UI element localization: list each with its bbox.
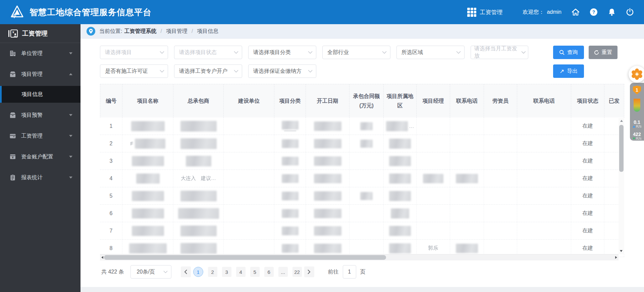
scroll-up-arrow[interactable] <box>620 120 623 122</box>
column-header: 项目所属地区 <box>384 84 417 117</box>
table-cell <box>122 205 173 222</box>
table-cell <box>450 117 484 135</box>
redacted-text <box>314 191 341 201</box>
table-cell <box>224 205 274 222</box>
upload-speed: 0.1 K/s <box>633 120 642 129</box>
export-arrow-icon: ↗ <box>559 68 564 74</box>
table-cell <box>417 222 450 239</box>
select-construction-permit[interactable]: 是否有施工许可证 <box>100 64 168 78</box>
sidebar-item-project-management[interactable]: 项目管理 <box>0 64 80 85</box>
chevron-up-icon <box>69 73 72 75</box>
reset-button[interactable]: 重置 <box>589 46 618 59</box>
page-ellipsis[interactable]: ... <box>278 267 288 277</box>
table-cell <box>484 170 517 187</box>
table-cell <box>384 187 417 204</box>
chevron-down-icon <box>69 114 72 116</box>
page-button-1[interactable]: 1 <box>193 267 203 277</box>
table-cell <box>517 187 571 204</box>
page-button-6[interactable]: 6 <box>264 267 274 277</box>
select-salary-account-opened[interactable]: 请选择工资专户开户 <box>174 64 242 78</box>
scroll-right-arrow[interactable] <box>615 256 617 259</box>
scroll-left-arrow[interactable] <box>101 256 103 259</box>
select-region[interactable]: 所选区域 <box>396 46 465 59</box>
table-cell: 3 <box>100 152 122 169</box>
notifications-bell-icon[interactable] <box>608 8 616 16</box>
sidebar-item-salary-management[interactable]: 工资管理 <box>0 126 80 146</box>
sidebar-item-project-info[interactable]: 项目信息 <box>0 86 80 103</box>
table-row: 2F在建 <box>100 135 624 152</box>
table-cell <box>274 222 306 239</box>
overlay-pinwheel-logo[interactable] <box>629 66 644 83</box>
chevron-down-icon <box>163 271 168 273</box>
table-cell <box>450 222 484 239</box>
redacted-text <box>180 243 217 254</box>
submenu-project-management: 项目信息 <box>0 86 80 103</box>
table-cell: 在建 <box>571 152 604 169</box>
column-header: 项目经理 <box>417 84 450 117</box>
redacted-text <box>360 140 373 148</box>
page-button-4[interactable]: 4 <box>236 267 246 277</box>
table-cell: 在建 <box>571 135 604 152</box>
sidebar-item-report-statistics[interactable]: 报表统计 <box>0 167 80 188</box>
redacted-text <box>314 174 341 183</box>
scroll-down-arrow[interactable] <box>620 250 623 252</box>
chevron-down-icon <box>308 70 313 72</box>
page-size-select[interactable]: 20条/页 <box>130 265 171 279</box>
table-cell <box>350 117 384 135</box>
select-project-category[interactable]: 请选择项目分类 <box>248 46 316 59</box>
breadcrumb-item[interactable]: 项目管理 <box>166 28 187 35</box>
help-icon[interactable]: ? <box>590 8 598 16</box>
chevron-down-icon <box>308 51 313 54</box>
home-icon[interactable] <box>572 8 580 16</box>
horizontal-scroll-thumb[interactable] <box>104 255 386 260</box>
prev-page-button[interactable] <box>181 266 191 277</box>
goto-page-input[interactable]: 1 <box>343 265 356 279</box>
refresh-icon <box>594 50 599 55</box>
app-switcher[interactable]: 工资管理 <box>467 8 502 17</box>
breadcrumb-item[interactable]: 项目信息 <box>197 28 218 35</box>
vertical-scroll-thumb[interactable] <box>619 125 624 172</box>
select-industry[interactable]: 全部行业 <box>322 46 390 59</box>
horizontal-scrollbar[interactable] <box>100 254 619 260</box>
search-button[interactable]: 查询 <box>553 46 584 59</box>
table-cell <box>350 170 384 187</box>
column-header: 劳资员 <box>484 84 517 117</box>
sidebar-item-fund-account-config[interactable]: ¥ 资金账户配置 <box>0 146 80 167</box>
table-cell <box>306 152 350 169</box>
export-button[interactable]: ↗ 导出 <box>553 64 584 78</box>
column-header: 项目分类 <box>274 84 306 117</box>
table-cell <box>173 187 224 204</box>
table-cell <box>274 187 306 204</box>
total-count: 共 422 条 <box>101 269 124 276</box>
download-manager-widget[interactable]: 1 0.1 K/s 422 K/s <box>630 83 644 141</box>
table-cell <box>122 117 173 135</box>
sidebar-item-unit-management[interactable]: 单位管理 <box>0 43 80 64</box>
select-deposit-payer[interactable]: 请选择保证金缴纳方 <box>248 64 316 78</box>
redacted-text <box>389 174 411 184</box>
table-cell <box>417 187 450 204</box>
table-cell <box>417 170 450 187</box>
page-button-2[interactable]: 2 <box>208 267 217 277</box>
page-button-3[interactable]: 3 <box>222 267 231 277</box>
redacted-text <box>178 208 219 219</box>
table-cell <box>224 222 274 239</box>
chevron-left-icon <box>184 270 187 274</box>
page-button-22[interactable]: 22 <box>292 267 302 277</box>
table-cell <box>306 135 350 152</box>
next-page-button[interactable] <box>304 266 314 277</box>
redacted-text <box>389 156 411 166</box>
sidebar-item-project-warning[interactable]: 项目预警 <box>0 105 80 126</box>
redacted-text <box>180 191 217 201</box>
redacted-text <box>282 121 299 130</box>
select-monthly-salary-paid[interactable]: 请选择当月工资发放 <box>471 46 528 59</box>
redacted-text <box>314 121 341 131</box>
table-cell <box>122 222 173 239</box>
upload-arrow-icon <box>633 126 635 128</box>
select-project[interactable]: 请选择项目 <box>100 46 168 59</box>
select-project-status[interactable]: 请选择项目状态 <box>174 46 242 59</box>
page-button-5[interactable]: 5 <box>250 267 260 277</box>
breadcrumb-root[interactable]: 工资管理系统 <box>124 28 156 35</box>
table-cell <box>122 187 173 204</box>
power-logout-icon[interactable] <box>626 8 634 16</box>
vertical-scrollbar[interactable] <box>619 118 624 254</box>
